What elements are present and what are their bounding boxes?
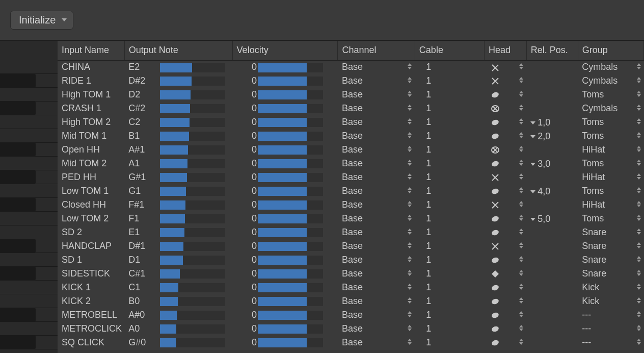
- cell-rel-pos[interactable]: 5,0: [526, 212, 578, 225]
- cell-cable[interactable]: 1: [415, 115, 484, 129]
- cell-group[interactable]: Snare: [578, 225, 643, 239]
- piano-black-key[interactable]: [0, 308, 58, 322]
- cell-rel-pos[interactable]: [526, 225, 578, 239]
- header-head[interactable]: Head: [485, 41, 527, 60]
- stepper[interactable]: [408, 63, 412, 69]
- note-slider[interactable]: [160, 90, 225, 99]
- stepper[interactable]: [408, 160, 412, 166]
- cell-group[interactable]: Kick: [578, 281, 643, 294]
- cell-head[interactable]: [485, 170, 527, 184]
- stepper[interactable]: [637, 339, 641, 345]
- table-row[interactable]: SD 2E10Base1Snare: [58, 225, 644, 239]
- velocity-slider[interactable]: [258, 242, 323, 251]
- cell-velocity[interactable]: 0: [232, 308, 338, 322]
- cell-output-note[interactable]: C#2: [124, 102, 232, 115]
- stepper[interactable]: [408, 173, 412, 180]
- velocity-slider[interactable]: [258, 104, 323, 113]
- note-slider[interactable]: [160, 63, 225, 72]
- header-velocity[interactable]: Velocity: [232, 41, 338, 60]
- velocity-slider[interactable]: [258, 283, 323, 292]
- cell-velocity[interactable]: 0: [232, 322, 338, 336]
- stepper[interactable]: [408, 91, 412, 97]
- stepper[interactable]: [408, 77, 412, 83]
- velocity-slider[interactable]: [258, 173, 323, 182]
- cell-cable[interactable]: 1: [415, 198, 484, 212]
- cell-output-note[interactable]: F1: [124, 212, 232, 225]
- cell-input-name[interactable]: RIDE 1: [58, 74, 124, 88]
- piano-black-key[interactable]: [0, 143, 58, 157]
- table-row[interactable]: RIDE 1D#20Base1Cymbals: [58, 74, 644, 88]
- cell-output-note[interactable]: B0: [124, 294, 232, 308]
- cell-head[interactable]: [485, 267, 527, 281]
- cell-output-note[interactable]: D1: [124, 253, 232, 267]
- cell-velocity[interactable]: 0: [232, 102, 338, 115]
- velocity-slider[interactable]: [258, 214, 323, 223]
- cell-rel-pos[interactable]: 3,0: [526, 157, 578, 170]
- stepper[interactable]: [637, 325, 641, 331]
- cell-output-note[interactable]: G1: [124, 184, 232, 198]
- table-row[interactable]: Low TOM 2F10Base15,0Toms: [58, 212, 644, 225]
- stepper[interactable]: [519, 325, 523, 331]
- cell-head[interactable]: [485, 212, 527, 225]
- stepper[interactable]: [408, 339, 412, 345]
- cell-input-name[interactable]: METROCLICK: [58, 322, 124, 336]
- note-slider[interactable]: [160, 214, 225, 223]
- cell-channel[interactable]: Base: [338, 115, 415, 129]
- cell-cable[interactable]: 1: [415, 129, 484, 143]
- cell-channel[interactable]: Base: [338, 281, 415, 294]
- cell-cable[interactable]: 1: [415, 253, 484, 267]
- cell-output-note[interactable]: D2: [124, 88, 232, 102]
- cell-group[interactable]: Kick: [578, 294, 643, 308]
- stepper[interactable]: [408, 132, 412, 138]
- velocity-slider[interactable]: [258, 77, 323, 86]
- stepper[interactable]: [637, 118, 641, 124]
- table-row[interactable]: High TOM 2C20Base11,0Toms: [58, 115, 644, 129]
- cell-rel-pos[interactable]: [526, 88, 578, 102]
- cell-cable[interactable]: 1: [415, 60, 484, 74]
- note-slider[interactable]: [160, 256, 225, 265]
- cell-velocity[interactable]: 0: [232, 129, 338, 143]
- table-row[interactable]: HANDCLAPD#10Base1Snare: [58, 239, 644, 253]
- stepper[interactable]: [519, 160, 523, 166]
- stepper[interactable]: [637, 105, 641, 111]
- cell-output-note[interactable]: A#1: [124, 143, 232, 157]
- cell-input-name[interactable]: CRASH 1: [58, 102, 124, 115]
- cell-velocity[interactable]: 0: [232, 170, 338, 184]
- stepper[interactable]: [637, 297, 641, 304]
- piano-white-key[interactable]: [0, 253, 58, 267]
- velocity-slider[interactable]: [258, 297, 323, 306]
- piano-black-key[interactable]: [0, 239, 58, 253]
- stepper[interactable]: [408, 256, 412, 262]
- cell-output-note[interactable]: E2: [124, 60, 232, 74]
- cell-rel-pos[interactable]: [526, 143, 578, 157]
- note-slider[interactable]: [160, 283, 225, 292]
- cell-group[interactable]: ---: [578, 322, 643, 336]
- cell-head[interactable]: [485, 198, 527, 212]
- cell-group[interactable]: Toms: [578, 115, 643, 129]
- note-slider[interactable]: [160, 159, 225, 168]
- cell-group[interactable]: Cymbals: [578, 74, 643, 88]
- stepper[interactable]: [519, 201, 523, 207]
- stepper[interactable]: [519, 284, 523, 290]
- cell-cable[interactable]: 1: [415, 170, 484, 184]
- velocity-slider[interactable]: [258, 324, 323, 334]
- cell-cable[interactable]: 1: [415, 308, 484, 322]
- cell-input-name[interactable]: Mid TOM 1: [58, 129, 124, 143]
- cell-velocity[interactable]: 0: [232, 239, 338, 253]
- stepper[interactable]: [408, 325, 412, 331]
- note-slider[interactable]: [160, 173, 225, 182]
- cell-output-note[interactable]: C1: [124, 281, 232, 294]
- stepper[interactable]: [408, 311, 412, 317]
- velocity-slider[interactable]: [258, 269, 323, 279]
- piano-white-key[interactable]: [0, 60, 58, 74]
- stepper[interactable]: [637, 77, 641, 83]
- piano-black-key[interactable]: [0, 74, 58, 88]
- stepper[interactable]: [408, 187, 412, 193]
- header-channel[interactable]: Channel: [338, 41, 415, 60]
- cell-input-name[interactable]: Closed HH: [58, 198, 124, 212]
- cell-velocity[interactable]: 0: [232, 88, 338, 102]
- stepper[interactable]: [637, 256, 641, 262]
- header-cable[interactable]: Cable: [415, 41, 484, 60]
- header-output-note[interactable]: Output Note: [124, 41, 232, 60]
- cell-output-note[interactable]: A1: [124, 157, 232, 170]
